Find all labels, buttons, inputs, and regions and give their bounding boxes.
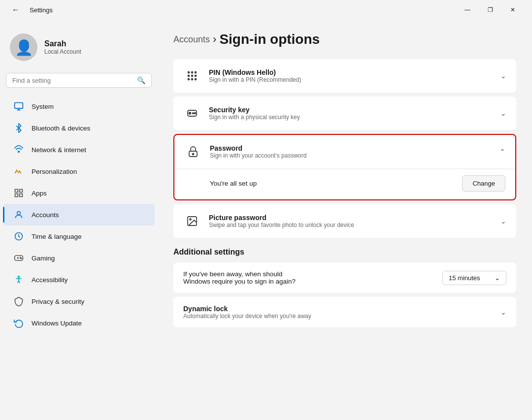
nav-item[interactable]: Time & language [3, 226, 155, 247]
password-expanded-text: You're all set up [210, 180, 257, 187]
nav-item[interactable]: Network & internet [3, 139, 155, 161]
nav-label-accessibility: Accessibility [32, 276, 68, 284]
nav-item[interactable]: Accessibility [3, 269, 155, 291]
titlebar: ← Settings — ❐ ✕ [0, 0, 532, 20]
update-icon [13, 317, 25, 329]
picture-password-chevron-icon: ⌄ [500, 217, 506, 225]
apps-icon [13, 187, 25, 199]
nav-label-bluetooth: Bluetooth & devices [32, 125, 90, 132]
back-button[interactable]: ← [8, 3, 24, 16]
picture-password-option-card: Picture password Swipe and tap your favo… [173, 204, 516, 238]
main-layout: 👤 Sarah Local Account 🔍 System Bluetooth… [0, 20, 532, 420]
accounts-icon [13, 209, 25, 221]
pin-option-card: PIN (Windows Hello) Sign in with a PIN (… [173, 59, 516, 93]
password-icon [184, 143, 202, 161]
pin-option-left: PIN (Windows Hello) Sign in with a PIN (… [183, 67, 301, 85]
password-option-card: Password Sign in with your account's pas… [173, 134, 516, 200]
nav-item[interactable]: Windows Update [3, 312, 155, 334]
security-key-option-card: Security key Sign in with a physical sec… [173, 97, 516, 130]
svg-rect-6 [15, 194, 18, 197]
gaming-icon [13, 252, 25, 264]
password-change-button[interactable]: Change [462, 175, 505, 192]
svg-point-32 [190, 219, 191, 220]
nav-item[interactable]: System [3, 96, 155, 117]
away-signin-row: If you've been away, when should Windows… [173, 262, 516, 293]
network-icon [13, 144, 25, 156]
svg-point-16 [188, 72, 190, 73]
content-area: Accounts › Sign-in options PIN (Windows [158, 20, 532, 420]
pin-option-row[interactable]: PIN (Windows Hello) Sign in with a PIN (… [173, 59, 516, 93]
sidebar: 👤 Sarah Local Account 🔍 System Bluetooth… [0, 20, 158, 420]
nav-label-network: Network & internet [32, 146, 86, 154]
dynamic-lock-card: Dynamic lock Automatically lock your dev… [173, 297, 516, 327]
nav-label-apps: Apps [32, 190, 47, 197]
security-key-icon [183, 104, 201, 122]
nav-item-accounts[interactable]: Accounts [3, 204, 155, 226]
nav-label-privacy: Privacy & security [32, 298, 84, 305]
maximize-button[interactable]: ❐ [479, 2, 501, 18]
password-option-row[interactable]: Password Sign in with your account's pas… [174, 135, 515, 168]
password-option-subtitle: Sign in with your account's password [210, 152, 306, 159]
password-option-text: Password Sign in with your account's pas… [210, 144, 306, 159]
breadcrumb-parent: Accounts [173, 34, 210, 45]
svg-point-3 [18, 151, 20, 153]
breadcrumb-separator: › [213, 33, 216, 46]
svg-point-17 [192, 72, 193, 73]
breadcrumb-current: Sign-in options [219, 32, 320, 47]
close-button[interactable]: ✕ [501, 2, 524, 18]
svg-point-14 [21, 258, 22, 259]
svg-rect-0 [15, 103, 23, 109]
svg-rect-27 [193, 113, 194, 114]
svg-point-24 [195, 79, 197, 80]
pin-icon [183, 67, 201, 85]
svg-point-22 [188, 79, 190, 80]
picture-password-option-row[interactable]: Picture password Swipe and tap your favo… [173, 204, 516, 238]
security-key-option-left: Security key Sign in with a physical sec… [183, 104, 300, 122]
search-box[interactable]: 🔍 [6, 73, 152, 88]
avatar: 👤 [10, 33, 37, 61]
security-key-option-text: Security key Sign in with a physical sec… [209, 106, 300, 121]
pin-option-title: PIN (Windows Hello) [209, 68, 301, 76]
away-signin-card: If you've been away, when should Windows… [173, 262, 516, 293]
svg-point-20 [192, 75, 193, 77]
titlebar-left: ← Settings [8, 3, 53, 16]
svg-rect-4 [15, 190, 18, 193]
away-signin-text: If you've been away, when should Windows… [183, 270, 296, 285]
privacy-icon [13, 295, 25, 307]
svg-point-8 [17, 211, 21, 215]
password-option-left: Password Sign in with your account's pas… [184, 143, 306, 161]
svg-point-15 [18, 276, 19, 278]
dynamic-lock-row[interactable]: Dynamic lock Automatically lock your dev… [173, 297, 516, 327]
dynamic-lock-title: Dynamic lock [183, 305, 311, 313]
password-chevron-icon: ⌃ [499, 148, 505, 156]
nav-item[interactable]: Apps [3, 182, 155, 204]
nav-label-time: Time & language [32, 233, 82, 240]
security-key-option-subtitle: Sign in with a physical security key [209, 114, 300, 121]
nav-label-personalization: Personalization [32, 168, 77, 175]
search-input[interactable] [12, 77, 133, 84]
picture-password-icon [183, 212, 201, 230]
nav-item[interactable]: Bluetooth & devices [3, 117, 155, 139]
accessibility-icon [13, 274, 25, 286]
avatar-icon: 👤 [15, 39, 33, 56]
search-icon: 🔍 [137, 76, 145, 84]
svg-point-19 [188, 75, 190, 77]
titlebar-title: Settings [30, 6, 53, 14]
user-info: Sarah Local Account [44, 39, 81, 55]
svg-point-23 [192, 79, 193, 80]
away-signin-dropdown[interactable]: 15 minutes ⌄ [442, 271, 506, 285]
picture-password-option-subtitle: Swipe and tap your favorite photo to unl… [209, 222, 354, 228]
picture-password-option-text: Picture password Swipe and tap your favo… [209, 214, 354, 228]
user-profile: 👤 Sarah Local Account [0, 24, 158, 73]
nav-label-update: Windows Update [32, 320, 82, 327]
security-key-option-row[interactable]: Security key Sign in with a physical sec… [173, 97, 516, 130]
dynamic-lock-subtitle: Automatically lock your device when you'… [183, 313, 311, 320]
dropdown-chevron-icon: ⌄ [495, 274, 500, 282]
nav-item[interactable]: Privacy & security [3, 291, 155, 312]
nav-item[interactable]: Personalization [3, 161, 155, 182]
svg-point-30 [193, 154, 194, 155]
away-signin-title-line1: If you've been away, when should [183, 270, 296, 278]
pin-chevron-icon: ⌄ [500, 72, 506, 80]
minimize-button[interactable]: — [456, 2, 479, 18]
nav-item[interactable]: Gaming [3, 247, 155, 269]
